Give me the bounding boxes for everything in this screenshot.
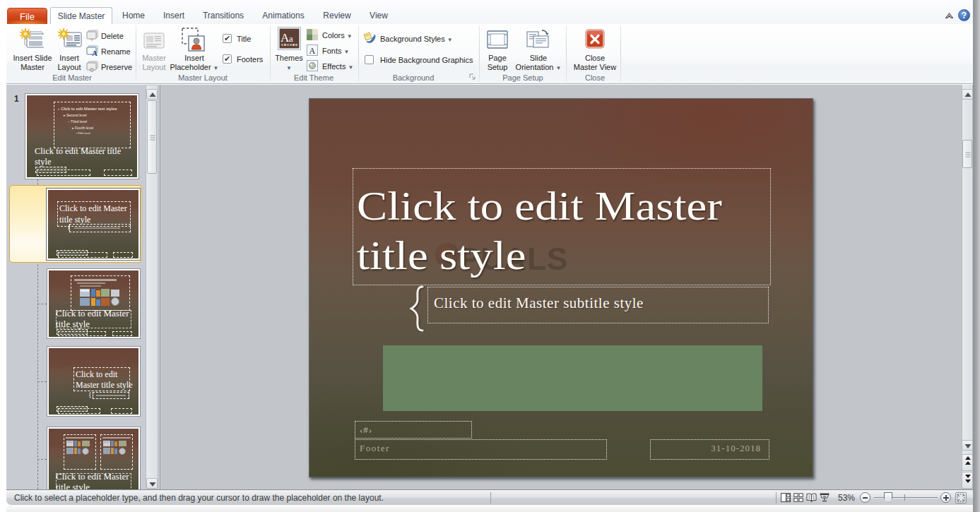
svg-text:A: A xyxy=(92,49,98,56)
svg-text:A: A xyxy=(309,46,316,56)
svg-text:a: a xyxy=(289,33,293,44)
